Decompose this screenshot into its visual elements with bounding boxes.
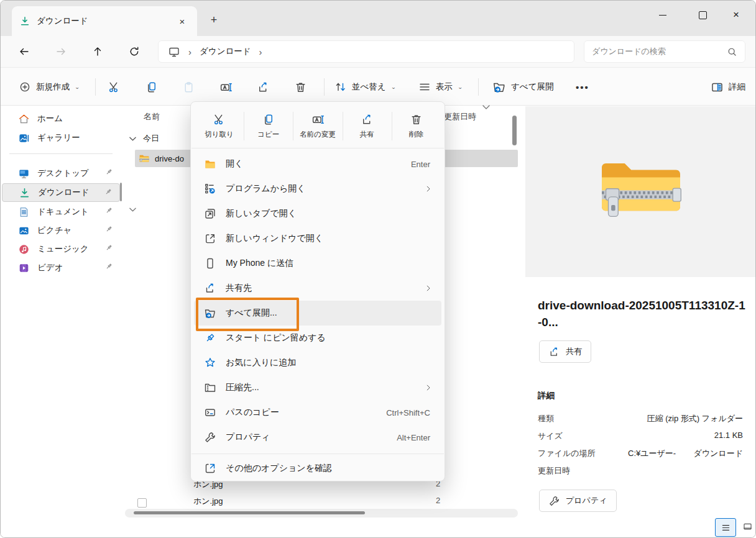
sort-button[interactable]: 並べ替え ⌄ — [329, 76, 402, 98]
new-button[interactable]: 新規作成 ⌄ — [13, 76, 85, 98]
quick-share-button[interactable]: 共有 — [343, 107, 392, 145]
menu-item-label: お気に入りに追加 — [226, 357, 296, 368]
menu-item-show-more-options[interactable]: その他のオプションを確認 — [194, 456, 441, 481]
back-button[interactable] — [14, 42, 34, 61]
menu-item-copy-path[interactable]: パスのコピー Ctrl+Shift+C — [194, 400, 441, 425]
tab-title: ダウンロード — [37, 16, 88, 27]
copy-icon — [262, 113, 275, 126]
menu-item-open-with[interactable]: プログラムから開く — [194, 176, 441, 201]
menu-item-share-to[interactable]: 共有先 — [194, 276, 441, 301]
view-button[interactable]: 表示 ⌄ — [413, 76, 468, 98]
extract-all-button[interactable]: すべて展開 — [487, 76, 559, 98]
new-tab-button[interactable]: + — [206, 12, 222, 28]
sidebar-item-gallery[interactable]: ギャラリー — [2, 129, 120, 147]
chevron-right-icon — [424, 284, 441, 293]
menu-item-open[interactable]: 開く Enter — [194, 152, 441, 176]
menu-item-send-to-phone[interactable]: My Phone に送信 — [194, 251, 441, 276]
vertical-scrollbar[interactable] — [512, 116, 517, 145]
breadcrumb[interactable]: › ダウンロード › — [158, 40, 574, 63]
details-pane-button[interactable]: 詳細 — [705, 76, 751, 98]
copy-icon — [145, 81, 158, 94]
up-button[interactable] — [88, 42, 108, 61]
forward-icon — [55, 45, 67, 58]
menu-item-add-to-favorites[interactable]: お気に入りに追加 — [194, 350, 441, 375]
search-icon — [727, 47, 737, 57]
menu-item-extract-all[interactable]: すべて展開... — [194, 301, 441, 326]
menu-item-open-in-new-tab[interactable]: 新しいタブで開く — [194, 201, 441, 226]
menu-item-label: パスのコピー — [226, 407, 279, 418]
list-item[interactable]: ホン.jpg 2 — [122, 493, 525, 509]
share-button-toolbar[interactable] — [251, 76, 275, 98]
sidebar-item-documents[interactable]: ドキュメント — [2, 203, 120, 221]
forward-button[interactable] — [51, 42, 71, 61]
details-section-title: 詳細 — [538, 390, 555, 401]
zip-folder-outline-icon — [204, 381, 216, 394]
quick-delete-button[interactable]: 削除 — [392, 107, 441, 145]
rename-icon — [311, 113, 325, 126]
sidebar-item-pictures[interactable]: ピクチャ — [2, 221, 120, 240]
paste-button[interactable] — [177, 76, 201, 98]
thumbnail-view-toggle[interactable] — [739, 519, 755, 534]
sidebar-item-desktop[interactable]: デスクトップ — [2, 164, 120, 183]
more-options-button[interactable]: ••• — [570, 76, 595, 98]
quick-cut-button[interactable]: 切り取り — [195, 107, 244, 145]
detail-value-path: C:¥ユーザー- — [628, 448, 676, 459]
menu-item-pin-to-start[interactable]: スタート にピン留めする — [194, 326, 441, 350]
new-button-label: 新規作成 — [36, 81, 70, 93]
properties-button[interactable]: プロパティ — [539, 490, 617, 512]
file-preview — [525, 106, 756, 277]
sidebar-item-label: ドキュメント — [37, 206, 89, 217]
horizontal-scrollbar[interactable] — [125, 509, 518, 517]
refresh-button[interactable] — [124, 42, 144, 61]
share-button[interactable]: 共有 — [539, 340, 591, 363]
gallery-icon — [18, 132, 30, 144]
share-icon — [548, 346, 560, 358]
list-view-icon — [721, 522, 731, 533]
column-header-name[interactable]: 名前 — [144, 111, 160, 122]
sidebar-item-label: ミュージック — [37, 244, 89, 255]
refresh-icon — [128, 45, 141, 58]
horizontal-scrollbar-thumb[interactable] — [134, 511, 365, 514]
sidebar-item-downloads[interactable]: ダウンロード — [2, 183, 120, 202]
quick-rename-button[interactable]: 名前の変更 — [293, 107, 342, 145]
menu-shortcut: Alt+Enter — [397, 433, 441, 442]
details-view-toggle-active[interactable] — [715, 518, 736, 537]
close-button[interactable]: × — [722, 6, 750, 24]
breadcrumb-item-downloads[interactable]: ダウンロード — [200, 46, 251, 57]
menu-item-compress-to[interactable]: 圧縮先... — [194, 375, 441, 400]
cut-button[interactable] — [102, 76, 126, 98]
chevron-down-icon: ⌄ — [458, 84, 463, 90]
music-icon — [18, 244, 30, 255]
sidebar-item-home[interactable]: ホーム — [2, 109, 120, 128]
chevron-down-icon[interactable] — [129, 207, 137, 212]
new-tab-icon — [204, 207, 216, 220]
quick-copy-button[interactable]: コピー — [244, 107, 293, 145]
sidebar-item-label: ギャラリー — [37, 132, 80, 144]
cut-icon — [213, 113, 226, 126]
extract-folder-icon — [204, 307, 216, 319]
quick-action-label: 切り取り — [205, 130, 234, 139]
menu-item-open-in-new-window[interactable]: 新しいウィンドウで開く — [194, 226, 441, 251]
copy-button[interactable] — [139, 76, 164, 98]
sidebar-scrollbar[interactable] — [120, 183, 122, 201]
tab-downloads[interactable]: ダウンロード × — [12, 6, 197, 36]
delete-button[interactable] — [288, 76, 313, 98]
sidebar-divider — [9, 153, 113, 154]
sidebar-item-music[interactable]: ミュージック — [2, 240, 120, 258]
pin-icon — [104, 243, 114, 252]
tab-close-icon[interactable]: × — [175, 14, 190, 29]
minimize-button[interactable] — [648, 6, 677, 24]
open-with-icon — [204, 183, 216, 195]
menu-item-properties[interactable]: プロパティ Alt+Enter — [194, 425, 441, 450]
search-placeholder: ダウンロードの検索 — [592, 46, 666, 57]
sidebar-item-videos[interactable]: ビデオ — [2, 258, 120, 277]
item-checkbox[interactable] — [137, 498, 147, 508]
column-header-date[interactable]: 更新日時 — [444, 111, 476, 122]
file-name: ホン.jpg — [193, 496, 223, 507]
search-box[interactable]: ダウンロードの検索 — [584, 40, 745, 63]
star-icon — [204, 357, 216, 369]
selected-file-name: drive-download-20251005T113310Z-1-0... — [538, 297, 747, 331]
maximize-button[interactable] — [688, 6, 717, 24]
group-header-today[interactable]: 今日 — [129, 133, 159, 144]
rename-button[interactable] — [214, 76, 238, 98]
